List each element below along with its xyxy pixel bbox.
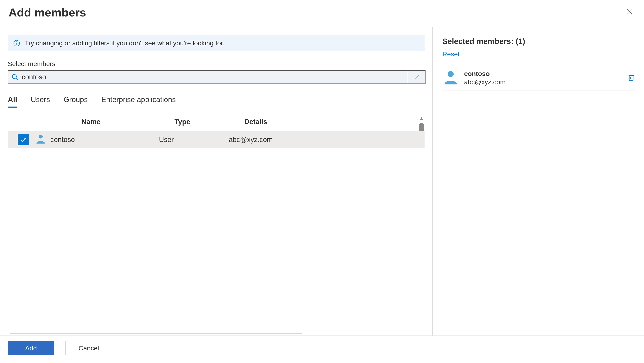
trash-icon bbox=[627, 74, 635, 81]
add-button[interactable]: Add bbox=[8, 341, 54, 355]
svg-line-6 bbox=[16, 78, 18, 80]
user-avatar-icon bbox=[35, 133, 46, 146]
user-avatar-icon bbox=[442, 69, 459, 87]
column-header-type[interactable]: Type bbox=[174, 118, 244, 126]
remove-selected-button[interactable] bbox=[626, 72, 636, 83]
tab-groups[interactable]: Groups bbox=[64, 95, 88, 108]
info-text: Try changing or adding filters if you do… bbox=[25, 39, 224, 47]
info-icon bbox=[13, 40, 20, 47]
svg-point-5 bbox=[12, 75, 16, 79]
checkmark-icon bbox=[20, 136, 27, 143]
column-header-name[interactable]: Name bbox=[82, 118, 174, 126]
selected-member-item: contoso abc@xyz.com bbox=[442, 66, 636, 90]
row-checkbox[interactable] bbox=[18, 134, 29, 145]
search-icon bbox=[8, 74, 22, 81]
row-details: abc@xyz.com bbox=[229, 136, 424, 144]
result-row[interactable]: contoso User abc@xyz.com bbox=[8, 131, 424, 148]
reset-link[interactable]: Reset bbox=[442, 50, 636, 58]
scroll-up-arrow-icon: ▲ bbox=[419, 116, 424, 121]
tab-all[interactable]: All bbox=[8, 95, 17, 108]
selected-member-detail: abc@xyz.com bbox=[464, 78, 621, 86]
clear-icon bbox=[413, 74, 420, 80]
selected-member-name: contoso bbox=[464, 70, 621, 77]
clear-search-button[interactable] bbox=[408, 71, 425, 83]
search-box[interactable] bbox=[8, 70, 426, 84]
horizontal-scrollbar[interactable] bbox=[10, 333, 302, 334]
tab-users[interactable]: Users bbox=[31, 95, 50, 108]
close-icon bbox=[626, 8, 634, 16]
search-input[interactable] bbox=[22, 73, 408, 81]
svg-point-9 bbox=[39, 134, 43, 138]
tab-enterprise-applications[interactable]: Enterprise applications bbox=[101, 95, 176, 108]
row-type: User bbox=[159, 136, 229, 144]
info-bar: Try changing or adding filters if you do… bbox=[8, 35, 424, 51]
filter-tabs: All Users Groups Enterprise applications bbox=[8, 95, 424, 108]
row-name: contoso bbox=[50, 136, 159, 144]
svg-point-4 bbox=[16, 41, 17, 42]
svg-rect-11 bbox=[629, 76, 633, 80]
selected-members-heading: Selected members: (1) bbox=[442, 37, 636, 46]
close-button[interactable] bbox=[624, 6, 636, 19]
column-header-details[interactable]: Details bbox=[244, 118, 424, 126]
svg-point-10 bbox=[448, 71, 454, 77]
panel-title: Add members bbox=[8, 6, 86, 19]
select-members-label: Select members bbox=[8, 60, 424, 68]
cancel-button[interactable]: Cancel bbox=[66, 341, 112, 355]
